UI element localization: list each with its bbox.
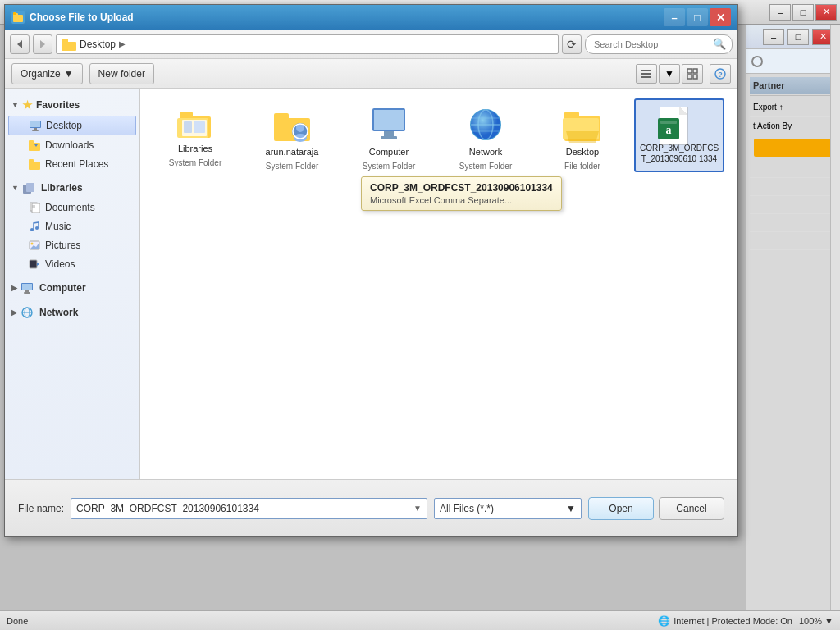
sidebar-item-music[interactable]: Music	[8, 217, 136, 235]
view-controls: ▼	[636, 64, 703, 84]
security-info: 🌐 Internet | Protected Mode: On	[658, 615, 792, 627]
svg-point-34	[31, 243, 34, 245]
zoom-control[interactable]: 100% ▼	[799, 616, 833, 626]
svg-rect-2	[13, 12, 16, 15]
tooltip-filetype: Microsoft Excel Comma Separate...	[370, 195, 553, 205]
file-item-excel[interactable]: a CORP_3M_ORDFCST_2013090610 1334	[634, 98, 724, 172]
view-grid-button[interactable]	[682, 64, 703, 84]
zoom-dropdown-icon[interactable]: ▼	[824, 616, 833, 626]
filename-input[interactable]: CORP_3M_ORDFCST_20130906101334 ▼	[71, 498, 427, 519]
computer-sidebar-icon	[21, 281, 34, 294]
forward-button[interactable]	[33, 34, 52, 54]
computer-file-label: Computer	[369, 146, 409, 158]
svg-marker-37	[37, 262, 39, 266]
sidebar-item-documents[interactable]: Documents	[8, 199, 136, 217]
sidebar-item-recent-places[interactable]: Recent Places	[8, 155, 136, 173]
svg-rect-6	[62, 39, 68, 43]
dialog-titlebar: Choose File to Upload – □ ✕	[5, 5, 737, 30]
file-item-libraries[interactable]: Libraries System Folder	[150, 98, 240, 172]
sidebar-section-libraries[interactable]: ▼ Libraries	[5, 178, 139, 198]
globe-icon: 🌐	[658, 615, 670, 627]
dialog-min-btn[interactable]: –	[664, 8, 685, 26]
bg-highlight-row	[754, 139, 832, 157]
bg-empty-row1	[750, 160, 837, 178]
status-text: Done	[7, 616, 28, 626]
user-file-label: arun.nataraja	[266, 146, 319, 158]
sidebar: ▼ ★ Favorites Desktop	[5, 89, 140, 479]
svg-rect-28	[32, 203, 40, 213]
filename-value: CORP_3M_ORDFCST_20130906101334	[76, 503, 259, 514]
refresh-button[interactable]: ⟳	[562, 34, 582, 54]
view-details-button[interactable]: ▼	[659, 64, 680, 84]
sidebar-item-videos[interactable]: Videos	[8, 255, 136, 273]
bg-right-toolbar: Partner Export ↑ t Action By	[746, 74, 840, 253]
favorites-star-icon: ★	[22, 98, 33, 112]
sidebar-documents-label: Documents	[45, 202, 95, 213]
cancel-button[interactable]: Cancel	[659, 497, 724, 520]
help-button[interactable]: ?	[710, 64, 731, 84]
sidebar-pictures-label: Pictures	[45, 240, 80, 251]
filetype-value: All Files (*.*)	[440, 503, 494, 514]
file-item-user[interactable]: arun.nataraja System Folder	[247, 98, 337, 172]
svg-rect-52	[274, 113, 289, 121]
bg-app-max-btn[interactable]: □	[788, 29, 809, 45]
svg-rect-39	[22, 284, 32, 290]
bg-empty-row2	[750, 178, 837, 196]
sidebar-item-downloads[interactable]: Downloads	[8, 136, 136, 154]
file-item-network[interactable]: Network System Folder	[441, 98, 531, 172]
sidebar-downloads-label: Downloads	[45, 139, 94, 151]
new-folder-button[interactable]: New folder	[89, 63, 154, 84]
organize-button[interactable]: Organize ▼	[11, 63, 83, 84]
favorites-label: Favorites	[36, 99, 80, 111]
filetype-dropdown[interactable]: All Files (*.*) ▼	[434, 498, 582, 519]
svg-rect-8	[641, 73, 651, 75]
new-folder-label: New folder	[98, 68, 145, 80]
file-item-computer[interactable]: Computer System Folder	[344, 98, 434, 172]
bg-export-row: Export ↑	[750, 98, 837, 117]
bg-max-btn[interactable]: □	[792, 4, 814, 21]
sidebar-section-network[interactable]: ▶ Network	[5, 303, 139, 322]
music-icon	[28, 220, 41, 233]
network-file-icon	[466, 107, 505, 143]
svg-text:?: ?	[718, 71, 723, 79]
dialog-footer: File name: CORP_3M_ORDFCST_2013090610133…	[5, 479, 737, 536]
desktop-folder-icon	[563, 107, 602, 143]
sidebar-videos-label: Videos	[45, 258, 75, 270]
dialog-close-btn[interactable]: ✕	[710, 8, 731, 26]
open-button[interactable]: Open	[588, 497, 654, 520]
bg-app-min-btn[interactable]: –	[763, 29, 784, 45]
bg-close-btn[interactable]: ✕	[815, 4, 837, 21]
svg-rect-49	[184, 121, 192, 133]
organize-arrow-icon: ▼	[64, 68, 74, 80]
tooltip-filename: CORP_3M_ORDFCST_20130906101334	[370, 182, 553, 194]
computer-arrow-icon: ▶	[11, 284, 17, 292]
sidebar-item-desktop[interactable]: Desktop	[8, 116, 136, 135]
file-item-desktop-folder[interactable]: Desktop File folder	[537, 98, 628, 172]
computer-label: Computer	[39, 282, 86, 294]
network-file-label: Network	[469, 146, 502, 158]
sidebar-section-favorites[interactable]: ▼ ★ Favorites	[5, 95, 139, 115]
dialog-max-btn[interactable]: □	[687, 8, 708, 26]
svg-point-55	[294, 134, 307, 142]
bg-scrollbar[interactable]	[830, 25, 840, 630]
network-file-sublabel: System Folder	[459, 161, 512, 171]
view-list-button[interactable]	[636, 64, 657, 84]
back-button[interactable]	[10, 34, 30, 54]
sidebar-item-pictures[interactable]: Pictures	[8, 236, 136, 254]
svg-rect-12	[687, 75, 692, 79]
search-input[interactable]	[585, 34, 733, 54]
sidebar-section-computer[interactable]: ▶ Computer	[5, 278, 139, 298]
network-arrow-icon: ▶	[11, 308, 17, 317]
svg-marker-3	[17, 40, 22, 48]
address-field[interactable]: Desktop ▶	[56, 34, 559, 54]
svg-rect-41	[24, 292, 30, 294]
bg-min-btn[interactable]: –	[769, 4, 791, 21]
desktop-folder-sublabel: File folder	[564, 161, 600, 171]
libraries-arrow-icon: ▼	[11, 184, 19, 192]
dialog-icon	[11, 11, 25, 24]
bg-empty-row5	[750, 232, 837, 250]
recent-places-icon	[28, 158, 41, 171]
user-file-sublabel: System Folder	[266, 161, 318, 171]
pictures-icon	[28, 239, 41, 252]
bg-divider1	[750, 95, 837, 96]
